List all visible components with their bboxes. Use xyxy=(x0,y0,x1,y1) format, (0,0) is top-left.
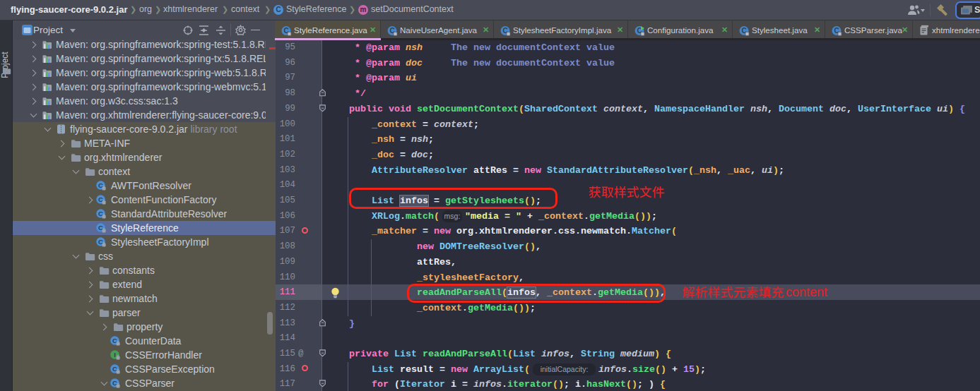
svg-text:I: I xyxy=(114,351,116,359)
